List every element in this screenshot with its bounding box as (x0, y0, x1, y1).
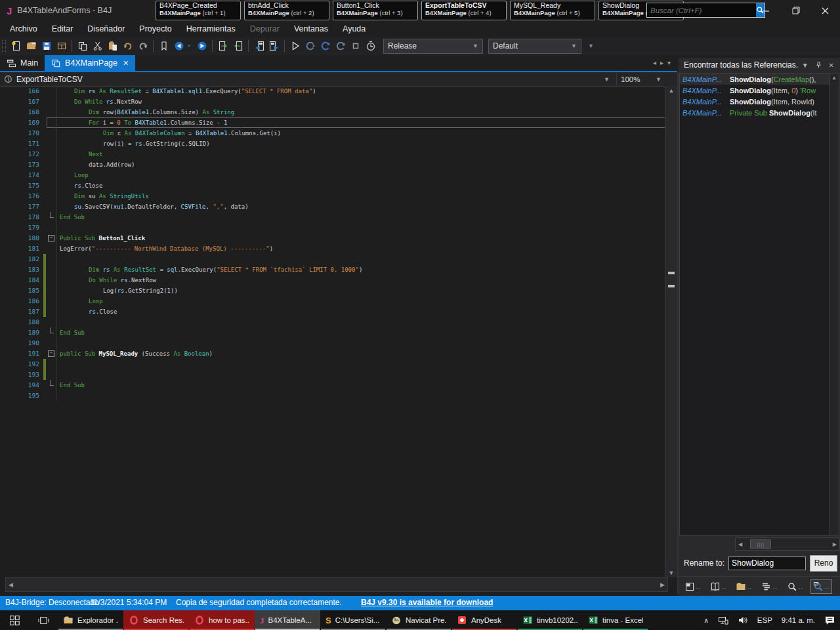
menu-item-archivo[interactable]: Archivo (3, 22, 45, 35)
editor-zoom-dropdown[interactable]: 100% ▼ (616, 72, 665, 86)
restore-button[interactable] (781, 0, 810, 21)
toolbar-overflow-icon[interactable]: ▼ (588, 43, 593, 49)
run-icon[interactable] (287, 39, 303, 53)
release-dropdown[interactable]: Release ▼ (383, 39, 483, 54)
new-file-icon[interactable] (9, 39, 24, 53)
scroll-right-icon[interactable]: ▶ (660, 581, 665, 588)
menu-item-ventanas[interactable]: Ventanas (287, 22, 335, 35)
references-vertical-scrollbar[interactable]: ▲ (830, 74, 839, 535)
build-config-dropdown[interactable]: Default ▼ (488, 39, 581, 54)
debug-icon[interactable] (318, 39, 333, 53)
start-button[interactable] (0, 610, 29, 630)
pin-icon[interactable] (812, 61, 826, 69)
find-references-tool[interactable]: .. (810, 579, 832, 594)
quick-tab-button1_click[interactable]: Button1_ClickB4XMainPage (ctrl + 3) (333, 1, 418, 20)
reference-row[interactable]: B4XMainP...Private Sub ShowDialog(It (680, 107, 839, 118)
scroll-right-icon[interactable]: ▶ (833, 541, 837, 547)
taskbar-button[interactable]: Search Res... (123, 610, 189, 630)
quick-tab-exporttabletocsv[interactable]: ExportTableToCSVB4XMainPage (ctrl + 4) (421, 1, 507, 20)
open-icon[interactable] (24, 39, 39, 53)
tab-main[interactable]: Main (0, 55, 45, 71)
tab-scroll-arrows[interactable]: ◂▸▾ (653, 59, 675, 66)
clock[interactable]: 9:41 a. m. (777, 610, 820, 630)
references-horizontal-scrollbar[interactable]: ◀ |||| ▶ (735, 537, 840, 551)
taskbar-button[interactable]: Navicat Pre... (386, 610, 452, 630)
network-icon[interactable] (713, 610, 733, 630)
chevron-down-icon[interactable]: ▼ (604, 76, 610, 83)
undo-icon[interactable] (120, 39, 135, 53)
taskbar-button[interactable]: tinva - Excel (583, 610, 648, 630)
reference-row[interactable]: B4XMainP...ShowDialog(Item, 0) 'Row (680, 85, 839, 96)
paste-icon[interactable] (105, 39, 120, 53)
back-caret-icon[interactable] (186, 39, 194, 53)
cut-icon[interactable] (90, 39, 105, 53)
comment-icon[interactable] (215, 39, 230, 53)
menu-item-diseñador[interactable]: Diseñador (80, 22, 132, 35)
tray-expand-icon[interactable]: ∧ (700, 610, 713, 630)
editor-vertical-scrollbar[interactable]: ▲ ▼ (665, 86, 677, 578)
redo-icon[interactable] (135, 39, 150, 53)
menu-item-herramientas[interactable]: Herramientas (179, 22, 243, 35)
uncomment-icon[interactable] (230, 39, 245, 53)
current-sub-bar[interactable]: ExportTableToCSV ▼ 100% ▼ (0, 72, 677, 87)
scrollbar-thumb[interactable]: |||| (750, 539, 771, 549)
fold-column[interactable]: − (47, 348, 56, 359)
stop-icon[interactable] (348, 39, 363, 53)
code-editor[interactable]: 166Dim rs As ResultSet = B4XTable1.sql1.… (0, 86, 665, 578)
close-button[interactable] (810, 0, 840, 21)
reference-row[interactable]: B4XMainP...ShowDialog(CreateMap(), (680, 74, 839, 85)
close-tab-icon[interactable]: ✕ (123, 59, 129, 68)
taskbar-button[interactable]: tinvb10202... (517, 610, 583, 630)
taskbar-button[interactable]: JB4XTableA... (255, 610, 320, 630)
taskbar-button[interactable]: how to pas... (189, 610, 255, 630)
layout-tool[interactable]: .. (682, 580, 703, 593)
tab-b4xmainpage[interactable]: B4XMainPage ✕ (45, 55, 135, 71)
back-icon[interactable] (171, 39, 186, 53)
task-view-button[interactable] (29, 610, 58, 630)
update-link[interactable]: B4J v9.30 is available for download (361, 598, 493, 607)
restart-icon[interactable] (333, 39, 348, 53)
menu-item-editar[interactable]: Editar (45, 22, 81, 35)
save-icon[interactable] (39, 39, 54, 53)
collapse-icon[interactable]: − (48, 350, 54, 357)
menu-item-ayuda[interactable]: Ayuda (335, 22, 373, 35)
taskbar-button[interactable]: Explorador ... (58, 610, 123, 630)
scroll-up-icon[interactable]: ▲ (830, 75, 838, 81)
scroll-down-icon[interactable]: ▼ (665, 570, 677, 576)
folder-tool[interactable]: .. (734, 580, 754, 593)
quick-tab-mysql_ready[interactable]: MySQL_ReadyB4XMainPage (ctrl + 5) (510, 1, 595, 20)
taskbar-button[interactable]: SC:\Users\Si... (320, 610, 386, 630)
quick-tab-btnadd_click[interactable]: btnAdd_ClickB4XMainPage (ctrl + 2) (244, 1, 329, 20)
profiler-icon[interactable] (363, 39, 378, 53)
package-icon[interactable] (54, 39, 69, 53)
editor-horizontal-scrollbar[interactable]: ◀ ▶ (5, 577, 668, 592)
volume-icon[interactable] (733, 610, 753, 630)
collapse-icon[interactable]: − (48, 235, 54, 242)
quick-tab-b4xpage_created[interactable]: B4XPage_CreatedB4XMainPage (ctrl + 1) (156, 1, 241, 20)
module-prev-icon[interactable] (251, 39, 266, 53)
book-tool[interactable]: .. (708, 580, 728, 593)
rename-button[interactable]: Reno (810, 555, 837, 572)
outline-tool[interactable]: .. (759, 580, 780, 593)
chevron-down-icon[interactable]: ▼ (799, 62, 812, 69)
search-tool[interactable]: .. (785, 580, 805, 593)
scroll-left-icon[interactable]: ◀ (9, 581, 13, 588)
scroll-left-icon[interactable]: ◀ (738, 541, 742, 547)
minimize-button[interactable] (751, 0, 781, 21)
search-input[interactable] (646, 3, 756, 18)
rename-input[interactable] (728, 556, 806, 570)
keyboard-language[interactable]: ESP (753, 610, 777, 630)
resume-icon[interactable] (303, 39, 318, 53)
bookmark-icon[interactable] (156, 39, 171, 53)
close-panel-icon[interactable]: ✕ (826, 62, 837, 69)
reference-row[interactable]: B4XMainP...ShowDialog(Item, RowId) (680, 96, 839, 107)
scroll-up-icon[interactable]: ▲ (665, 87, 677, 94)
forward-icon[interactable] (194, 39, 209, 53)
copy-icon[interactable] (75, 39, 90, 53)
taskbar-button[interactable]: AnyDesk (452, 610, 517, 630)
menu-item-proyecto[interactable]: Proyecto (132, 22, 178, 35)
module-next-icon[interactable] (266, 39, 282, 53)
action-center-icon[interactable] (820, 610, 840, 630)
fold-column[interactable]: − (47, 233, 56, 243)
code-token: As (202, 109, 209, 116)
